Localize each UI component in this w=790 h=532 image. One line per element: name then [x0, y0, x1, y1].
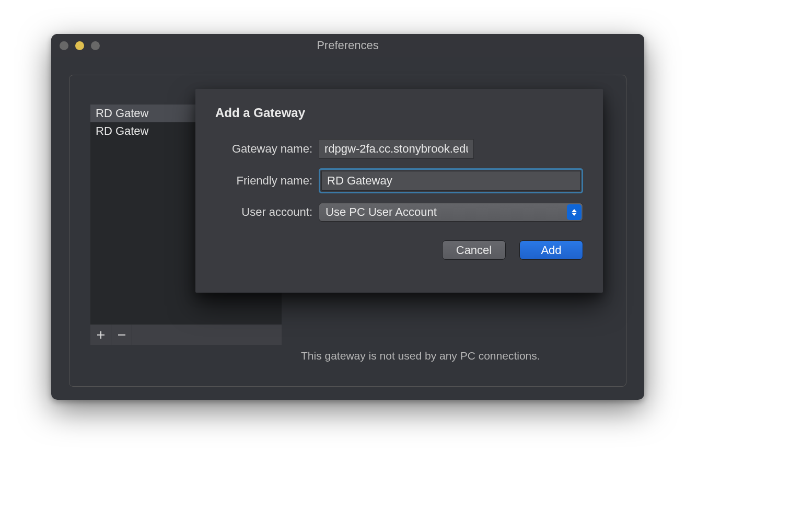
titlebar: Preferences	[51, 34, 644, 57]
preferences-window: Preferences RD Gatew RD Gatew edu	[51, 34, 644, 400]
cancel-button[interactable]: Cancel	[442, 240, 506, 260]
dialog-title: Add a Gateway	[215, 106, 583, 120]
minimize-window-button[interactable]	[75, 41, 84, 50]
gateway-name-row: Gateway name:	[215, 139, 583, 159]
user-account-label: User account:	[215, 205, 319, 219]
plus-icon	[96, 330, 106, 340]
add-button[interactable]: Add	[519, 240, 583, 260]
remove-gateway-button[interactable]	[111, 325, 132, 345]
user-account-value: Use PC User Account	[326, 205, 437, 219]
user-account-row: User account: Use PC User Account	[215, 203, 583, 222]
gateway-status-text: This gateway is not used by any PC conne…	[301, 350, 540, 362]
minus-icon	[117, 330, 126, 340]
add-gateway-button[interactable]	[90, 325, 111, 345]
list-toolbar	[90, 325, 282, 345]
user-account-select[interactable]: Use PC User Account	[319, 203, 583, 222]
dropdown-arrows-icon	[567, 204, 582, 220]
maximize-window-button[interactable]	[91, 41, 100, 50]
friendly-name-input[interactable]	[321, 171, 580, 191]
close-window-button[interactable]	[60, 41, 68, 50]
dialog-buttons: Cancel Add	[215, 240, 583, 260]
traffic-lights	[60, 41, 100, 50]
gateway-name-label: Gateway name:	[215, 142, 319, 156]
list-item-label: RD Gatew	[96, 124, 148, 138]
list-item-label: RD Gatew	[96, 107, 148, 120]
friendly-name-label: Friendly name:	[215, 174, 319, 188]
window-title: Preferences	[317, 39, 379, 52]
friendly-name-row: Friendly name:	[215, 168, 583, 193]
gateway-name-input[interactable]	[319, 139, 474, 159]
add-gateway-dialog: Add a Gateway Gateway name: Friendly nam…	[195, 89, 603, 293]
